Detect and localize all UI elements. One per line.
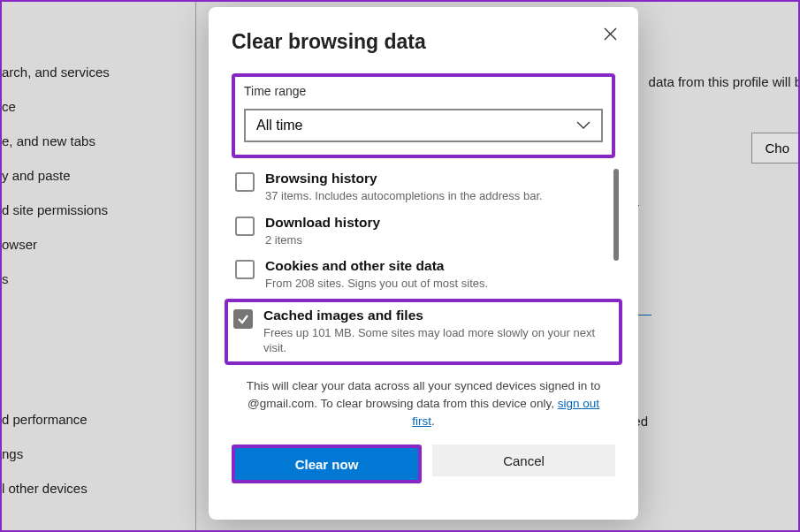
note-text: This will clear your data across all you… xyxy=(247,379,601,392)
option-subtitle: Frees up 101 MB. Some sites may load mor… xyxy=(263,325,613,356)
data-types-list: Browsing history 37 items. Includes auto… xyxy=(232,165,615,365)
checkbox-download-history[interactable] xyxy=(235,217,255,236)
dialog-buttons: Clear now Cancel xyxy=(232,445,615,483)
checkbox-cached[interactable] xyxy=(233,309,253,329)
scrollbar[interactable] xyxy=(613,169,619,261)
sidebar-item[interactable]: ce xyxy=(2,89,195,124)
clear-browsing-data-dialog: Clear browsing data Time range All time … xyxy=(209,7,638,520)
option-title: Cached images and files xyxy=(263,308,613,323)
note-text: . xyxy=(431,414,435,428)
option-browsing-history[interactable]: Browsing history 37 items. Includes auto… xyxy=(232,165,615,209)
time-range-value: All time xyxy=(256,118,302,133)
checkbox-cookies[interactable] xyxy=(235,260,255,279)
option-subtitle: 37 items. Includes autocompletions in th… xyxy=(265,188,543,204)
time-range-label: Time range xyxy=(244,84,603,98)
sidebar-item[interactable]: d site permissions xyxy=(2,193,195,227)
sync-note: This will clear your data across all you… xyxy=(232,377,615,431)
option-title: Browsing history xyxy=(265,171,543,186)
sidebar-item[interactable]: y and paste xyxy=(2,158,195,193)
note-text: @gmail.com. To clear browsing data from … xyxy=(248,397,558,410)
sidebar-item[interactable]: arch, and services xyxy=(2,55,195,89)
dialog-title: Clear browsing data xyxy=(232,30,615,54)
time-range-select[interactable]: All time xyxy=(244,109,603,142)
sidebar-item[interactable]: e, and new tabs xyxy=(2,124,195,158)
sidebar-item[interactable]: ngs xyxy=(2,437,195,471)
sidebar-item[interactable]: s xyxy=(2,262,195,296)
bg-profile-text: data from this profile will b xyxy=(649,74,800,89)
settings-sidebar: arch, and services ce e, and new tabs y … xyxy=(2,2,196,530)
option-subtitle: From 208 sites. Signs you out of most si… xyxy=(265,276,488,292)
clear-now-highlight: Clear now xyxy=(232,445,422,483)
sidebar-item[interactable]: l other devices xyxy=(2,471,195,505)
sidebar-item[interactable]: owser xyxy=(2,227,195,262)
option-subtitle: 2 items xyxy=(265,232,380,248)
close-button[interactable] xyxy=(598,21,622,46)
choose-button[interactable]: Cho xyxy=(751,133,800,163)
time-range-highlight: Time range All time xyxy=(232,73,615,158)
clear-now-button[interactable]: Clear now xyxy=(235,448,418,480)
close-icon xyxy=(604,27,617,41)
cached-highlight: Cached images and files Frees up 101 MB.… xyxy=(225,299,622,365)
cancel-button[interactable]: Cancel xyxy=(432,445,615,476)
chevron-down-icon xyxy=(576,121,590,130)
option-download-history[interactable]: Download history 2 items xyxy=(232,209,615,254)
option-cached[interactable]: Cached images and files Frees up 101 MB.… xyxy=(233,306,613,358)
option-cookies[interactable]: Cookies and other site data From 208 sit… xyxy=(232,253,615,297)
option-title: Cookies and other site data xyxy=(265,258,488,274)
sidebar-item[interactable]: d performance xyxy=(2,402,195,437)
checkbox-browsing-history[interactable] xyxy=(235,172,255,192)
option-title: Download history xyxy=(265,215,380,231)
